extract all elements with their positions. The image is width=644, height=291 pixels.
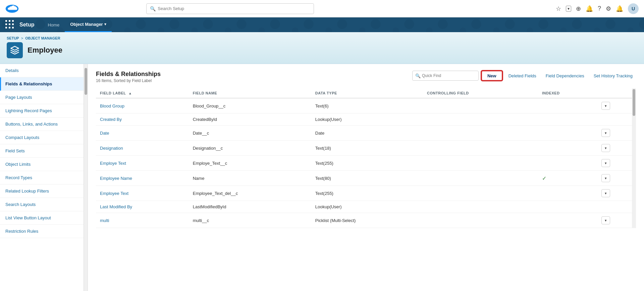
row-action-button[interactable]: ▾ (601, 144, 610, 152)
cell-field-name: Name (189, 171, 311, 186)
cell-row-action: ▾ (597, 98, 636, 114)
breadcrumb-setup[interactable]: SETUP (7, 36, 19, 40)
cell-data-type: Lookup(User) (311, 114, 423, 126)
cell-data-type: Date (311, 126, 423, 141)
sidebar-item-list-view-button-layout[interactable]: List View Button Layout (0, 211, 84, 225)
dropdown-icon[interactable]: ▾ (566, 6, 571, 12)
table-container: FIELD LABEL ▲ FIELD NAME DATA TYPE CONTR… (96, 88, 636, 228)
app-name: Setup (19, 22, 34, 28)
add-icon[interactable]: ⊕ (576, 5, 581, 12)
field-label-link[interactable]: multi (100, 218, 109, 223)
cell-controlling-field (423, 213, 538, 228)
avatar[interactable]: U (628, 3, 639, 14)
row-action-button[interactable]: ▾ (601, 159, 610, 167)
cell-controlling-field (423, 186, 538, 201)
sidebar-scrollbar[interactable] (84, 64, 88, 291)
cell-row-action: ▾ (597, 156, 636, 171)
new-button[interactable]: New (481, 71, 502, 81)
cell-field-name: Date__c (189, 126, 311, 141)
section-subtitle: 16 Items, Sorted by Field Label (96, 78, 161, 83)
sort-icon: ▲ (128, 91, 132, 95)
help-icon[interactable]: ? (598, 5, 601, 12)
cell-indexed (538, 186, 597, 201)
row-action-button[interactable]: ▾ (601, 102, 610, 110)
cell-field-label: Created By (96, 114, 189, 126)
col-field-label[interactable]: FIELD LABEL ▲ (96, 88, 189, 98)
star-icon[interactable]: ☆ (556, 5, 561, 12)
field-label-link[interactable]: Designation (100, 146, 123, 151)
cell-indexed: ✓ (538, 171, 597, 186)
layers-icon (10, 46, 19, 55)
sidebar: DetailsFields & RelationshipsPage Layout… (0, 64, 84, 291)
search-input[interactable] (158, 6, 310, 11)
cell-data-type: Text(255) (311, 156, 423, 171)
cell-indexed (538, 201, 597, 213)
field-label-link[interactable]: Date (100, 131, 109, 136)
sidebar-item-object-limits[interactable]: Object Limits (0, 158, 84, 171)
cell-field-label: Date (96, 126, 189, 141)
sidebar-item-buttons-links-and-actions[interactable]: Buttons, Links, and Actions (0, 118, 84, 131)
page-header: SETUP > OBJECT MANAGER Employee (0, 32, 644, 64)
field-label-link[interactable]: Blood Group (100, 103, 124, 108)
search-bar[interactable]: 🔍 (146, 3, 314, 14)
cell-indexed (538, 156, 597, 171)
row-action-button[interactable]: ▾ (601, 174, 610, 182)
row-action-button[interactable]: ▾ (601, 189, 610, 197)
sidebar-item-details[interactable]: Details (0, 64, 84, 77)
col-controlling-field: CONTROLLING FIELD (423, 88, 538, 98)
sidebar-item-compact-layouts[interactable]: Compact Layouts (0, 131, 84, 144)
cell-data-type: Lookup(User) (311, 201, 423, 213)
sidebar-item-lightning-record-pages[interactable]: Lightning Record Pages (0, 104, 84, 118)
cell-row-action: ▾ (597, 186, 636, 201)
cell-field-name: Blood_Group__c (189, 98, 311, 114)
tab-bar: Setup Home Object Manager ▾ (0, 17, 644, 32)
cell-indexed (538, 98, 597, 114)
section-actions: 🔍 New Deleted Fields Field Dependencies … (412, 71, 636, 81)
deleted-fields-button[interactable]: Deleted Fields (505, 71, 540, 81)
fields-table: FIELD LABEL ▲ FIELD NAME DATA TYPE CONTR… (96, 88, 636, 228)
quick-find-input[interactable] (422, 73, 476, 78)
table-scrollbar[interactable] (632, 88, 636, 228)
table-row: DesignationDesignation__cText(18)▾ (96, 141, 636, 156)
nav-home[interactable]: Home (42, 17, 65, 32)
quick-find-wrapper[interactable]: 🔍 (412, 71, 479, 81)
indexed-checkmark: ✓ (542, 175, 546, 181)
cell-field-name: multi__c (189, 213, 311, 228)
salesforce-logo[interactable] (5, 2, 19, 15)
cell-indexed (538, 126, 597, 141)
cell-field-name: Employee_Text_del__c (189, 186, 311, 201)
table-header: FIELD LABEL ▲ FIELD NAME DATA TYPE CONTR… (96, 88, 636, 98)
row-action-button[interactable]: ▾ (601, 216, 610, 224)
col-data-type: DATA TYPE (311, 88, 423, 98)
cell-indexed (538, 141, 597, 156)
app-switcher-icon[interactable] (5, 20, 15, 29)
cell-row-action (597, 114, 636, 126)
sidebar-item-search-layouts[interactable]: Search Layouts (0, 198, 84, 211)
section-title-block: Fields & Relationships 16 Items, Sorted … (96, 71, 161, 83)
row-action-button[interactable]: ▾ (601, 129, 610, 137)
sidebar-item-related-lookup-filters[interactable]: Related Lookup Filters (0, 185, 84, 198)
set-history-tracking-button[interactable]: Set History Tracking (590, 71, 636, 81)
nav-object-manager[interactable]: Object Manager ▾ (65, 17, 112, 32)
field-label-link[interactable]: Employee Name (100, 176, 132, 181)
alerts-icon[interactable]: 🔔 (616, 5, 623, 12)
field-label-link[interactable]: Last Modified By (100, 204, 132, 209)
notification-icon[interactable]: 🔔 (586, 5, 593, 12)
sidebar-item-fields-relationships[interactable]: Fields & Relationships (0, 77, 84, 91)
sidebar-item-field-sets[interactable]: Field Sets (0, 144, 84, 158)
settings-icon[interactable]: ⚙ (606, 5, 611, 12)
table-body: Blood GroupBlood_Group__cText(6)▾Created… (96, 98, 636, 228)
field-label-link[interactable]: Employe Text (100, 161, 126, 166)
breadcrumb-separator: > (21, 36, 23, 40)
sidebar-item-page-layouts[interactable]: Page Layouts (0, 91, 84, 104)
field-label-link[interactable]: Created By (100, 117, 122, 122)
cell-controlling-field (423, 171, 538, 186)
breadcrumb-object-manager[interactable]: OBJECT MANAGER (25, 36, 60, 40)
page-header-row: Employee (7, 42, 637, 58)
content-area: Fields & Relationships 16 Items, Sorted … (88, 64, 644, 291)
sidebar-item-record-types[interactable]: Record Types (0, 171, 84, 185)
field-dependencies-button[interactable]: Field Dependencies (542, 71, 588, 81)
field-label-link[interactable]: Employee Text (100, 191, 128, 196)
sidebar-item-restriction-rules[interactable]: Restriction Rules (0, 225, 84, 238)
cell-row-action: ▾ (597, 126, 636, 141)
